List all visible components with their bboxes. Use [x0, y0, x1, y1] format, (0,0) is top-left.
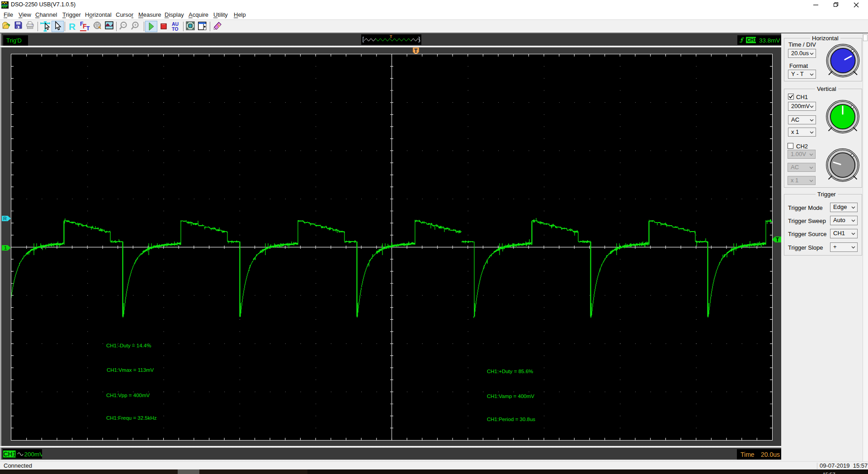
svg-text:1: 1 — [4, 245, 7, 251]
svg-text:CH1:+Duty = 85.6%: CH1:+Duty = 85.6% — [487, 368, 533, 374]
svg-text:CH1:Period = 30.8us: CH1:Period = 30.8us — [487, 416, 535, 422]
svg-text:CH1: CH1 — [747, 37, 757, 43]
svg-text:T: T — [776, 237, 779, 242]
svg-text:20.0us: 20.0us — [761, 450, 780, 458]
svg-text:CH1:Vpp = 400mV: CH1:Vpp = 400mV — [106, 393, 150, 398]
svg-text:T: T — [390, 34, 392, 39]
svg-text:Time: Time — [741, 450, 755, 458]
svg-text:CH1: CH1 — [4, 450, 16, 457]
svg-text:200mV: 200mV — [24, 450, 42, 457]
svg-text:R: R — [69, 21, 75, 32]
svg-text:T: T — [86, 25, 90, 32]
svg-text:TO: TO — [172, 26, 178, 32]
svg-text:CH1:-Duty = 14.4%: CH1:-Duty = 14.4% — [106, 342, 151, 348]
svg-text:CH1:Frequ = 32.5kHz: CH1:Frequ = 32.5kHz — [106, 415, 157, 421]
svg-text:CH1:Vmax = 113mV: CH1:Vmax = 113mV — [107, 367, 154, 373]
svg-text:33.8mV: 33.8mV — [759, 37, 780, 44]
svg-text:R: R — [3, 216, 7, 221]
svg-text:CH1:Vamp = 400mV: CH1:Vamp = 400mV — [487, 393, 534, 399]
